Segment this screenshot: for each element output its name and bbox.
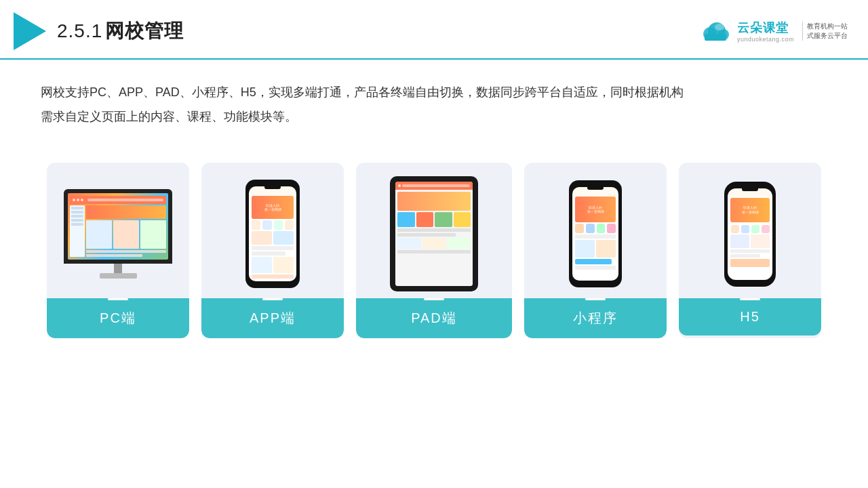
brand-logo: 云朵课堂 yunduoketang.com 教育机构一站 式服务云平台	[696, 18, 848, 45]
slogan-line1: 教育机构一站	[807, 22, 848, 31]
card-pad-label: PAD端	[356, 298, 512, 338]
card-app-label: APP端	[201, 298, 344, 338]
description-text-2: 需求自定义页面上的内容、课程、功能模块等。	[41, 110, 297, 123]
brand-name: 云朵课堂	[737, 20, 789, 36]
phone-device-app: 职进人的第一堂网课	[245, 180, 300, 288]
card-h5: 职进人的第一堂网课	[679, 163, 821, 338]
card-miniprogram-label: 小程序	[524, 298, 667, 338]
logo-triangle-icon	[14, 12, 46, 50]
card-h5-label: H5	[679, 298, 821, 336]
phone-device-h5: 职进人的第一堂网课	[724, 182, 776, 287]
cloud-icon	[696, 18, 732, 45]
monitor-device	[64, 189, 172, 279]
cards-section: PC端 职进人的第一堂网课	[0, 142, 868, 352]
card-pc: PC端	[47, 163, 189, 338]
card-app: 职进人的第一堂网课	[201, 163, 344, 338]
card-pad: PAD端	[356, 163, 512, 338]
phone-device-mp: 职进人的第一堂网课	[569, 180, 622, 287]
header-left: 2.5.1网校管理	[14, 12, 184, 50]
card-pad-image	[356, 163, 512, 298]
card-miniprogram-image: 职进人的第一堂网课	[524, 163, 667, 298]
card-h5-image: 职进人的第一堂网课	[679, 163, 821, 298]
brand-text: 云朵课堂 yunduoketang.com	[737, 20, 794, 43]
brand-domain: yunduoketang.com	[737, 36, 794, 43]
svg-point-4	[715, 24, 724, 30]
svg-rect-3	[705, 34, 726, 41]
description-text-1: 网校支持PC、APP、PAD、小程序、H5，实现多端打通，产品各终端自由切换，数…	[41, 85, 684, 99]
description-block: 网校支持PC、APP、PAD、小程序、H5，实现多端打通，产品各终端自由切换，数…	[0, 60, 787, 136]
card-miniprogram: 职进人的第一堂网课	[524, 163, 667, 338]
section-number: 2.5.1	[57, 20, 102, 41]
card-pc-label: PC端	[47, 298, 189, 338]
page-title: 2.5.1网校管理	[57, 18, 184, 44]
brand-slogan: 教育机构一站 式服务云平台	[802, 22, 848, 41]
card-pc-image	[47, 163, 189, 298]
title-text: 网校管理	[105, 20, 184, 41]
slogan-line2: 式服务云平台	[807, 31, 848, 41]
header: 2.5.1网校管理 云朵课堂 yunduoketang.com 教育机构一站 式…	[0, 0, 868, 60]
tablet-device	[390, 176, 478, 291]
card-app-image: 职进人的第一堂网课	[201, 163, 344, 298]
